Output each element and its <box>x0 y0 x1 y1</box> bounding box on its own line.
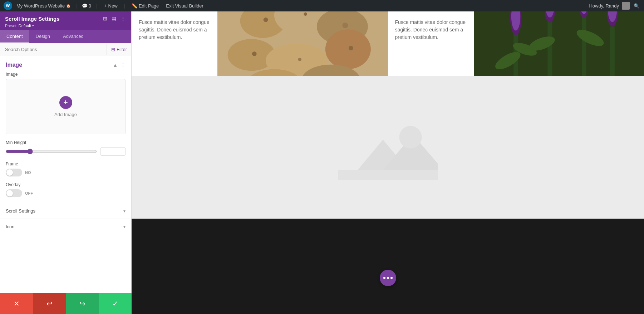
plus-icon: + <box>104 3 107 9</box>
undo-button[interactable]: ↩ <box>33 293 66 314</box>
frame-toggle-knob <box>6 169 13 176</box>
svg-rect-19 <box>610 26 615 76</box>
overlay-toggle[interactable] <box>6 189 22 197</box>
responsive-icon[interactable]: ⊞ <box>102 15 108 22</box>
image-section-header: Image ▲ ⋮ <box>0 56 131 72</box>
panel-tabs: Content Design Advanced <box>0 30 131 43</box>
new-menu[interactable]: + New <box>102 2 119 9</box>
wp-logo-icon[interactable]: W <box>4 1 12 10</box>
overlay-toggle-knob <box>6 190 13 196</box>
layout-icon[interactable]: ▤ <box>111 15 117 22</box>
tab-advanced[interactable]: Advanced <box>56 30 90 43</box>
overlay-field: Overlay OFF <box>0 182 131 203</box>
frame-toggle-container: NO <box>6 169 126 176</box>
dot-2 <box>387 277 389 279</box>
dot-3 <box>390 277 393 279</box>
panel-header: Scroll Image Settings ⊞ ▤ ⋮ Preset: Defa… <box>0 11 131 30</box>
search-input[interactable] <box>0 43 107 56</box>
svg-point-9 <box>264 18 268 22</box>
svg-rect-39 <box>338 170 438 180</box>
add-image-icon-btn[interactable]: + <box>59 96 72 109</box>
site-name-text: My WordPress Website <box>16 3 65 9</box>
save-icon: ✓ <box>112 299 118 308</box>
new-label: New <box>108 3 118 9</box>
svg-point-12 <box>252 51 257 56</box>
preset-value: Default <box>19 24 31 28</box>
search-filter-row: ⊞ Filter <box>0 43 131 56</box>
cancel-button[interactable]: ✕ <box>0 293 33 314</box>
frame-toggle[interactable] <box>6 169 22 176</box>
flowers-svg <box>474 11 644 76</box>
tab-content[interactable]: Content <box>0 30 29 43</box>
content-top-row: Fusce mattis vitae dolor congue sagittis… <box>132 11 644 76</box>
plus-circle-icon: + <box>63 98 68 107</box>
separator-2: | <box>96 3 97 9</box>
panel-header-icons: ⊞ ▤ ⋮ <box>102 15 126 22</box>
potatoes-svg <box>217 11 388 76</box>
svg-rect-17 <box>547 21 552 76</box>
panel-title: Scroll Image Settings <box>5 16 60 22</box>
redo-icon: ↪ <box>79 299 85 308</box>
image-field-label: Image <box>0 72 131 79</box>
undo-icon: ↩ <box>46 299 53 308</box>
filter-icon: ⊞ <box>111 47 115 52</box>
user-avatar[interactable] <box>622 2 630 10</box>
large-image-placeholder <box>132 76 644 219</box>
image-section-collapse[interactable]: ▲ <box>113 62 118 68</box>
frame-toggle-label: NO <box>25 170 31 175</box>
content-image-flowers <box>474 11 644 76</box>
filter-button[interactable]: ⊞ Filter <box>107 44 131 55</box>
exit-builder-label: Exit Visual Builder <box>166 3 203 9</box>
icon-section[interactable]: Icon ▾ <box>0 219 131 234</box>
min-height-field: Min Height 450px <box>0 140 131 161</box>
content-image-potatoes <box>217 11 388 76</box>
action-bar: ✕ ↩ ↪ ✓ <box>0 293 132 314</box>
edit-page-link[interactable]: ✏️ Edit Page <box>130 3 160 9</box>
preset-row: Preset: Default ▾ <box>5 24 126 28</box>
min-height-slider[interactable] <box>6 149 97 154</box>
image-section-icons: ▲ ⋮ <box>113 62 126 68</box>
scroll-settings-section[interactable]: Scroll Settings ▾ <box>0 203 131 219</box>
save-button[interactable]: ✓ <box>99 293 132 314</box>
main-layout: Scroll Image Settings ⊞ ▤ ⋮ Preset: Defa… <box>0 11 644 314</box>
min-height-label: Min Height <box>6 140 126 147</box>
image-section-more[interactable]: ⋮ <box>121 62 126 68</box>
wp-bar-right: Howdy, Randy 🔍 <box>589 2 640 10</box>
separator-3: | <box>124 3 125 9</box>
howdy-text: Howdy, Randy <box>589 3 619 9</box>
image-section: Image ▲ ⋮ Image + Add Image Min Heig <box>0 56 131 203</box>
min-height-slider-container: 450px <box>6 147 126 156</box>
filter-label: Filter <box>117 47 127 52</box>
pencil-icon: ✏️ <box>132 3 137 9</box>
comments-link[interactable]: 💬 0 <box>82 3 91 9</box>
exit-builder-link[interactable]: Exit Visual Builder <box>164 3 205 9</box>
redo-button[interactable]: ↪ <box>66 293 99 314</box>
float-action-button[interactable] <box>380 270 396 286</box>
wp-search-icon[interactable]: 🔍 <box>633 2 640 10</box>
edit-page-label: Edit Page <box>139 3 159 9</box>
icon-section-collapse-arrow: ▾ <box>123 224 126 229</box>
svg-point-13 <box>298 58 302 61</box>
min-height-value-input[interactable]: 450px <box>100 147 126 156</box>
svg-point-10 <box>304 13 307 16</box>
frame-label: Frame <box>6 161 126 169</box>
icon-section-title: Icon <box>6 224 15 229</box>
separator: | <box>75 3 77 9</box>
svg-point-6 <box>325 29 371 69</box>
svg-point-11 <box>342 23 348 28</box>
add-image-label: Add Image <box>54 112 77 117</box>
image-upload-area[interactable]: + Add Image <box>6 79 126 134</box>
content-text-2: Fusce mattis vitae dolor congue sagittis… <box>395 19 467 41</box>
site-name-link[interactable]: My WordPress Website 🏠 <box>16 3 70 9</box>
tab-design[interactable]: Design <box>29 30 56 43</box>
frame-field: Frame NO <box>0 161 131 182</box>
overlay-toggle-container: OFF <box>6 189 126 197</box>
content-text-1: Fusce mattis vitae dolor congue sagittis… <box>139 19 210 41</box>
placeholder-svg <box>338 115 438 180</box>
scroll-settings-title: Scroll Settings <box>6 208 35 214</box>
more-options-icon[interactable]: ⋮ <box>120 15 126 22</box>
overlay-label: Overlay <box>6 182 126 189</box>
panel-header-top: Scroll Image Settings ⊞ ▤ ⋮ <box>5 15 126 22</box>
preset-dropdown-arrow[interactable]: ▾ <box>32 24 34 28</box>
content-card-1: Fusce mattis vitae dolor congue sagittis… <box>132 11 217 76</box>
